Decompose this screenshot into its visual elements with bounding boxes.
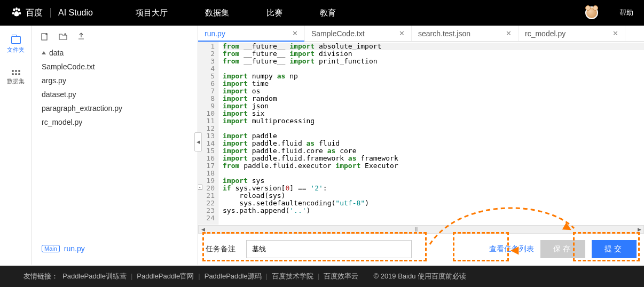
submit-button[interactable]: 提交 [592, 240, 637, 258]
baidu-paw-icon [11, 7, 22, 19]
footer-prefix: 友情链接： [23, 272, 58, 281]
scroll-right-icon[interactable]: ▶ [636, 227, 642, 233]
task-note-input[interactable] [246, 240, 412, 258]
tree-file[interactable]: SampleCode.txt [32, 60, 198, 74]
tab-label: SampleCode.txt [311, 29, 365, 38]
main-badge: Main [42, 245, 60, 252]
logo[interactable]: 百度 AI Studio [11, 7, 93, 19]
left-sidebar: 文件夹 数据集 [0, 26, 32, 265]
footer-link[interactable]: 百度效率云 [324, 272, 358, 280]
tree-file[interactable]: Mainrun.py [32, 129, 198, 265]
tree-file[interactable]: rc_model.py [32, 115, 198, 129]
editor-tab[interactable]: search.test.json✕ [412, 26, 519, 41]
tree-file[interactable]: dataset.py [32, 87, 198, 101]
grid-icon [11, 70, 21, 75]
footer-link[interactable]: PaddlePaddle官网 [137, 272, 194, 280]
close-icon[interactable]: ✕ [506, 29, 512, 37]
tree-file-label: rc_model.py [42, 118, 82, 126]
folder-icon [11, 36, 21, 44]
close-icon[interactable]: ✕ [612, 29, 618, 37]
upload-icon[interactable] [77, 32, 85, 41]
tree-file-label: run.py [64, 244, 85, 253]
brand-en: AI Studio [58, 8, 93, 18]
close-icon[interactable]: ✕ [399, 29, 405, 37]
svg-point-3 [12, 12, 14, 15]
tree-file-label: paragraph_extraction.py [42, 104, 122, 113]
main-area: 文件夹 数据集 data SampleCode.txtargs.pydatase… [0, 26, 644, 265]
save-button[interactable]: 保存 [540, 240, 585, 258]
divider [50, 8, 51, 18]
tree-folder-data[interactable]: data [32, 46, 198, 60]
tree-file-label: dataset.py [42, 90, 76, 99]
svg-point-2 [18, 9, 20, 12]
tab-label: run.py [205, 29, 225, 38]
close-icon[interactable]: ✕ [292, 29, 298, 37]
svg-point-0 [13, 9, 15, 12]
tree-file-label: args.py [42, 76, 66, 85]
top-nav: 项目大厅 数据集 比赛 教育 [136, 8, 336, 18]
footer: 友情链接： PaddlePaddle训练营|PaddlePaddle官网|Pad… [0, 266, 644, 287]
sidebar-files-label: 文件夹 [7, 46, 25, 54]
tree-file[interactable]: args.py [32, 74, 198, 87]
user-avatar[interactable] [585, 6, 598, 19]
footer-link[interactable]: 百度技术学院 [272, 272, 313, 280]
new-file-icon[interactable] [41, 32, 49, 41]
code-area[interactable]: 123456789101112131415161718192021222324 … [198, 42, 644, 225]
top-header: 百度 AI Studio 项目大厅 数据集 比赛 教育 帮助 [0, 0, 644, 26]
editor-tab[interactable]: SampleCode.txt✕ [305, 26, 412, 41]
new-folder-icon[interactable] [59, 32, 67, 41]
view-task-list-link[interactable]: 查看任务列表 [489, 244, 534, 254]
footer-link[interactable]: PaddlePaddle源码 [205, 272, 262, 280]
footer-copyright: © 2019 Baidu 使用百度前必读 [373, 272, 466, 281]
scroll-grip[interactable] [403, 227, 430, 232]
sidebar-datasets-label: 数据集 [7, 77, 25, 85]
svg-point-4 [19, 12, 21, 15]
nav-competitions[interactable]: 比赛 [266, 8, 282, 18]
sidebar-files[interactable]: 文件夹 [7, 36, 25, 54]
tree-file-label: SampleCode.txt [42, 62, 95, 71]
tree-folder-label: data [49, 49, 64, 57]
sidebar-datasets[interactable]: 数据集 [7, 70, 25, 85]
nav-datasets[interactable]: 数据集 [205, 8, 229, 18]
h-scrollbar[interactable]: ◀ ▶ [198, 225, 644, 234]
file-tree: data SampleCode.txtargs.pydataset.pypara… [32, 26, 198, 265]
task-note-label: 任务备注 [206, 244, 235, 254]
task-bar: 任务备注 查看任务列表 保存 提交 [198, 234, 644, 265]
footer-link[interactable]: PaddlePaddle训练营 [62, 272, 127, 280]
svg-point-1 [15, 7, 18, 10]
code-content[interactable]: from __future__ import absolute_importfr… [218, 42, 644, 225]
caret-up-icon [42, 51, 46, 54]
help-link[interactable]: 帮助 [619, 8, 633, 18]
tree-file[interactable]: paragraph_extraction.py [32, 101, 198, 115]
tab-label: rc_model.py [525, 29, 566, 38]
editor-tab[interactable]: rc_model.py✕ [519, 26, 625, 41]
scroll-left-icon[interactable]: ◀ [200, 227, 206, 233]
editor-tab[interactable]: run.py✕ [198, 26, 305, 41]
tree-toolbar [32, 31, 198, 46]
editor-tabs: run.py✕SampleCode.txt✕search.test.json✕r… [198, 26, 644, 42]
editor: ◀ run.py✕SampleCode.txt✕search.test.json… [198, 26, 644, 265]
collapse-handle[interactable]: ◀ [194, 132, 202, 152]
nav-projects[interactable]: 项目大厅 [136, 8, 168, 18]
brand-cn: 百度 [26, 7, 43, 19]
tab-label: search.test.json [418, 29, 470, 38]
nav-education[interactable]: 教育 [320, 8, 336, 18]
